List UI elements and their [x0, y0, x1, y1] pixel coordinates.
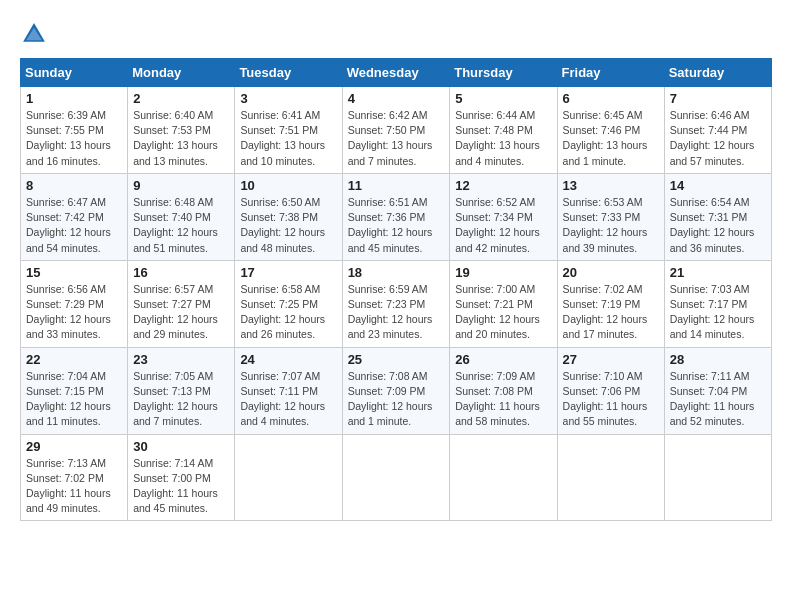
day-number: 25: [348, 352, 445, 367]
day-number: 9: [133, 178, 229, 193]
day-number: 3: [240, 91, 336, 106]
weekday-header: Thursday: [450, 59, 557, 87]
day-info: Sunrise: 6:40 AM Sunset: 7:53 PM Dayligh…: [133, 108, 229, 169]
day-number: 16: [133, 265, 229, 280]
calendar-cell: [342, 434, 450, 521]
weekday-header: Wednesday: [342, 59, 450, 87]
day-number: 26: [455, 352, 551, 367]
day-info: Sunrise: 6:39 AM Sunset: 7:55 PM Dayligh…: [26, 108, 122, 169]
calendar-cell: 23Sunrise: 7:05 AM Sunset: 7:13 PM Dayli…: [128, 347, 235, 434]
day-info: Sunrise: 6:46 AM Sunset: 7:44 PM Dayligh…: [670, 108, 766, 169]
calendar-cell: 28Sunrise: 7:11 AM Sunset: 7:04 PM Dayli…: [664, 347, 771, 434]
day-info: Sunrise: 6:44 AM Sunset: 7:48 PM Dayligh…: [455, 108, 551, 169]
day-number: 15: [26, 265, 122, 280]
day-number: 7: [670, 91, 766, 106]
calendar-week-row: 22Sunrise: 7:04 AM Sunset: 7:15 PM Dayli…: [21, 347, 772, 434]
day-number: 10: [240, 178, 336, 193]
calendar-cell: 21Sunrise: 7:03 AM Sunset: 7:17 PM Dayli…: [664, 260, 771, 347]
calendar-cell: 24Sunrise: 7:07 AM Sunset: 7:11 PM Dayli…: [235, 347, 342, 434]
calendar-cell: 7Sunrise: 6:46 AM Sunset: 7:44 PM Daylig…: [664, 87, 771, 174]
calendar-cell: 29Sunrise: 7:13 AM Sunset: 7:02 PM Dayli…: [21, 434, 128, 521]
day-info: Sunrise: 7:09 AM Sunset: 7:08 PM Dayligh…: [455, 369, 551, 430]
calendar-table: SundayMondayTuesdayWednesdayThursdayFrid…: [20, 58, 772, 521]
calendar-cell: 22Sunrise: 7:04 AM Sunset: 7:15 PM Dayli…: [21, 347, 128, 434]
calendar-cell: 8Sunrise: 6:47 AM Sunset: 7:42 PM Daylig…: [21, 173, 128, 260]
weekday-header: Tuesday: [235, 59, 342, 87]
calendar-cell: 1Sunrise: 6:39 AM Sunset: 7:55 PM Daylig…: [21, 87, 128, 174]
calendar-week-row: 29Sunrise: 7:13 AM Sunset: 7:02 PM Dayli…: [21, 434, 772, 521]
day-info: Sunrise: 7:13 AM Sunset: 7:02 PM Dayligh…: [26, 456, 122, 517]
calendar-cell: 9Sunrise: 6:48 AM Sunset: 7:40 PM Daylig…: [128, 173, 235, 260]
calendar-cell: 3Sunrise: 6:41 AM Sunset: 7:51 PM Daylig…: [235, 87, 342, 174]
calendar-cell: 6Sunrise: 6:45 AM Sunset: 7:46 PM Daylig…: [557, 87, 664, 174]
calendar-week-row: 8Sunrise: 6:47 AM Sunset: 7:42 PM Daylig…: [21, 173, 772, 260]
day-number: 2: [133, 91, 229, 106]
day-info: Sunrise: 6:58 AM Sunset: 7:25 PM Dayligh…: [240, 282, 336, 343]
weekday-header: Friday: [557, 59, 664, 87]
day-number: 21: [670, 265, 766, 280]
day-info: Sunrise: 7:02 AM Sunset: 7:19 PM Dayligh…: [563, 282, 659, 343]
calendar-cell: 15Sunrise: 6:56 AM Sunset: 7:29 PM Dayli…: [21, 260, 128, 347]
calendar-cell: 18Sunrise: 6:59 AM Sunset: 7:23 PM Dayli…: [342, 260, 450, 347]
day-info: Sunrise: 7:00 AM Sunset: 7:21 PM Dayligh…: [455, 282, 551, 343]
calendar-cell: 20Sunrise: 7:02 AM Sunset: 7:19 PM Dayli…: [557, 260, 664, 347]
calendar-cell: 25Sunrise: 7:08 AM Sunset: 7:09 PM Dayli…: [342, 347, 450, 434]
calendar-cell: 16Sunrise: 6:57 AM Sunset: 7:27 PM Dayli…: [128, 260, 235, 347]
day-info: Sunrise: 6:56 AM Sunset: 7:29 PM Dayligh…: [26, 282, 122, 343]
weekday-header: Sunday: [21, 59, 128, 87]
day-number: 24: [240, 352, 336, 367]
logo-icon: [20, 20, 48, 48]
day-number: 6: [563, 91, 659, 106]
calendar-cell: 13Sunrise: 6:53 AM Sunset: 7:33 PM Dayli…: [557, 173, 664, 260]
day-number: 23: [133, 352, 229, 367]
day-number: 17: [240, 265, 336, 280]
day-number: 14: [670, 178, 766, 193]
day-info: Sunrise: 6:45 AM Sunset: 7:46 PM Dayligh…: [563, 108, 659, 169]
day-info: Sunrise: 7:08 AM Sunset: 7:09 PM Dayligh…: [348, 369, 445, 430]
calendar-cell: 14Sunrise: 6:54 AM Sunset: 7:31 PM Dayli…: [664, 173, 771, 260]
calendar-cell: [557, 434, 664, 521]
day-info: Sunrise: 6:53 AM Sunset: 7:33 PM Dayligh…: [563, 195, 659, 256]
day-number: 19: [455, 265, 551, 280]
day-number: 11: [348, 178, 445, 193]
day-number: 18: [348, 265, 445, 280]
calendar-cell: 19Sunrise: 7:00 AM Sunset: 7:21 PM Dayli…: [450, 260, 557, 347]
day-info: Sunrise: 7:14 AM Sunset: 7:00 PM Dayligh…: [133, 456, 229, 517]
day-info: Sunrise: 6:51 AM Sunset: 7:36 PM Dayligh…: [348, 195, 445, 256]
day-number: 27: [563, 352, 659, 367]
weekday-header: Monday: [128, 59, 235, 87]
day-info: Sunrise: 7:07 AM Sunset: 7:11 PM Dayligh…: [240, 369, 336, 430]
day-info: Sunrise: 6:57 AM Sunset: 7:27 PM Dayligh…: [133, 282, 229, 343]
day-info: Sunrise: 7:10 AM Sunset: 7:06 PM Dayligh…: [563, 369, 659, 430]
day-info: Sunrise: 6:50 AM Sunset: 7:38 PM Dayligh…: [240, 195, 336, 256]
day-number: 29: [26, 439, 122, 454]
day-number: 4: [348, 91, 445, 106]
calendar-week-row: 15Sunrise: 6:56 AM Sunset: 7:29 PM Dayli…: [21, 260, 772, 347]
day-info: Sunrise: 6:52 AM Sunset: 7:34 PM Dayligh…: [455, 195, 551, 256]
calendar-cell: 12Sunrise: 6:52 AM Sunset: 7:34 PM Dayli…: [450, 173, 557, 260]
calendar-cell: [664, 434, 771, 521]
calendar-cell: 30Sunrise: 7:14 AM Sunset: 7:00 PM Dayli…: [128, 434, 235, 521]
calendar-cell: 26Sunrise: 7:09 AM Sunset: 7:08 PM Dayli…: [450, 347, 557, 434]
day-info: Sunrise: 6:42 AM Sunset: 7:50 PM Dayligh…: [348, 108, 445, 169]
calendar-cell: [235, 434, 342, 521]
day-number: 8: [26, 178, 122, 193]
day-number: 5: [455, 91, 551, 106]
day-info: Sunrise: 6:41 AM Sunset: 7:51 PM Dayligh…: [240, 108, 336, 169]
day-info: Sunrise: 6:59 AM Sunset: 7:23 PM Dayligh…: [348, 282, 445, 343]
day-info: Sunrise: 7:04 AM Sunset: 7:15 PM Dayligh…: [26, 369, 122, 430]
day-number: 20: [563, 265, 659, 280]
day-info: Sunrise: 7:11 AM Sunset: 7:04 PM Dayligh…: [670, 369, 766, 430]
calendar-cell: 17Sunrise: 6:58 AM Sunset: 7:25 PM Dayli…: [235, 260, 342, 347]
day-number: 28: [670, 352, 766, 367]
day-info: Sunrise: 6:48 AM Sunset: 7:40 PM Dayligh…: [133, 195, 229, 256]
calendar-cell: 5Sunrise: 6:44 AM Sunset: 7:48 PM Daylig…: [450, 87, 557, 174]
day-number: 13: [563, 178, 659, 193]
day-number: 12: [455, 178, 551, 193]
day-number: 30: [133, 439, 229, 454]
page-header: [20, 20, 772, 48]
logo: [20, 20, 52, 48]
calendar-cell: 4Sunrise: 6:42 AM Sunset: 7:50 PM Daylig…: [342, 87, 450, 174]
day-info: Sunrise: 7:05 AM Sunset: 7:13 PM Dayligh…: [133, 369, 229, 430]
day-number: 1: [26, 91, 122, 106]
